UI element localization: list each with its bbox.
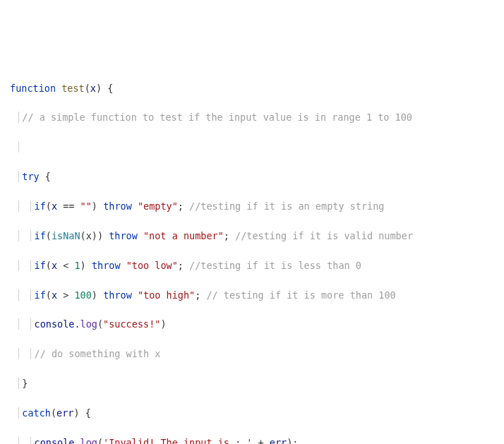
param-x: x xyxy=(90,83,96,94)
space xyxy=(56,83,61,94)
string: 'Invalid! The input is : ' xyxy=(103,437,252,444)
method-log: log xyxy=(80,318,97,330)
semi: ; xyxy=(224,230,235,241)
keyword-if: if xyxy=(35,230,46,241)
brace: { xyxy=(102,83,113,94)
comment: //testing if it is an empty string xyxy=(189,200,384,212)
paren: ( xyxy=(51,407,56,419)
keyword-function: function xyxy=(10,83,56,94)
keyword-if: if xyxy=(35,200,46,212)
var-x: x xyxy=(52,289,57,301)
code-line: catch(err) { xyxy=(10,406,494,421)
comment: // a simple function to test if the inpu… xyxy=(22,112,412,123)
brace: } xyxy=(22,378,28,389)
op-plus: + xyxy=(252,437,269,444)
dot: . xyxy=(74,318,80,330)
paren: (x)) xyxy=(80,230,109,241)
code-line: console.log("success!") xyxy=(10,317,494,332)
number: 1 xyxy=(74,260,80,271)
string: "success!" xyxy=(103,318,160,330)
keyword-throw: throw xyxy=(103,289,132,301)
function-name: test xyxy=(61,83,85,94)
paren: ) xyxy=(80,260,92,271)
semi: ; xyxy=(178,260,189,271)
keyword-throw: throw xyxy=(103,200,132,212)
paren: ( xyxy=(46,230,52,241)
number: 100 xyxy=(74,289,91,301)
op-gt: > xyxy=(57,289,74,301)
string: "too high" xyxy=(132,289,195,301)
semi: ; xyxy=(178,200,189,212)
paren: ) xyxy=(92,289,103,301)
comment: // testing if it is more than 100 xyxy=(206,289,395,301)
paren: ) xyxy=(160,318,166,330)
dot: . xyxy=(74,437,80,444)
paren-semi: ); xyxy=(287,437,298,444)
var-x: x xyxy=(52,200,57,212)
paren: ( xyxy=(46,289,52,301)
string: "" xyxy=(80,200,92,212)
keyword-try: try xyxy=(22,171,39,182)
keyword-if: if xyxy=(35,260,46,271)
code-line: console.log('Invalid! The input is : ' +… xyxy=(10,436,494,444)
string: "empty" xyxy=(132,200,178,212)
code-line: if(x < 1) throw "too low"; //testing if … xyxy=(10,258,494,273)
var-err: err xyxy=(270,437,287,444)
string: "too low" xyxy=(121,260,178,271)
method-log: log xyxy=(80,437,97,444)
code-line: // do something with x xyxy=(10,347,494,361)
paren-open: ( xyxy=(85,83,90,94)
code-line: function test(x) { xyxy=(10,81,494,96)
op-lt: < xyxy=(57,260,74,271)
semi: ; xyxy=(195,289,206,301)
code-line xyxy=(10,140,494,155)
string: "not a number" xyxy=(138,230,224,241)
paren-close: ) xyxy=(96,83,102,94)
paren: ( xyxy=(97,318,103,330)
comment: // do something with x xyxy=(35,348,161,359)
brace: { xyxy=(40,171,51,182)
call-isnan: isNaN xyxy=(52,230,80,241)
obj-console: console xyxy=(35,318,75,330)
op-eq: == xyxy=(57,200,80,212)
code-line: if(isNaN(x)) throw "not a number"; //tes… xyxy=(10,229,494,244)
paren: ) xyxy=(92,200,103,212)
obj-console: console xyxy=(35,437,75,444)
code-line: } xyxy=(10,376,494,391)
var-x: x xyxy=(52,260,57,271)
comment: //testing if it is less than 0 xyxy=(189,260,361,271)
code-line: if(x == "") throw "empty"; //testing if … xyxy=(10,199,494,214)
paren-brace: ) { xyxy=(73,407,90,419)
code-line: if(x > 100) throw "too high"; // testing… xyxy=(10,288,494,303)
comment: //testing if it is valid number xyxy=(235,230,413,241)
keyword-throw: throw xyxy=(92,260,121,271)
code-line: // a simple function to test if the inpu… xyxy=(10,110,494,125)
keyword-if: if xyxy=(35,289,46,301)
keyword-catch: catch xyxy=(22,407,51,419)
keyword-throw: throw xyxy=(109,230,138,241)
param-err: err xyxy=(56,407,73,419)
code-line: try { xyxy=(10,169,494,184)
paren: ( xyxy=(46,260,52,271)
paren: ( xyxy=(46,200,52,212)
paren: ( xyxy=(97,437,103,444)
code-block: function test(x) { // a simple function … xyxy=(10,66,494,444)
